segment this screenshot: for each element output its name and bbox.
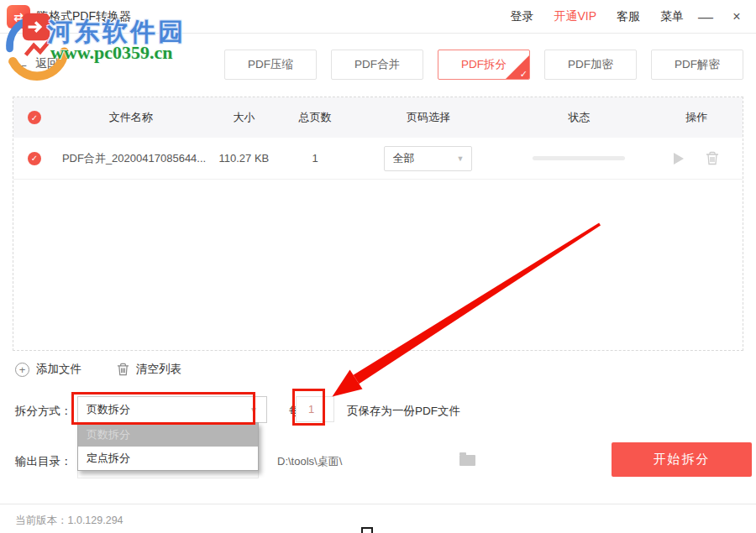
tab-pdf-split[interactable]: PDF拆分 ✓ bbox=[438, 50, 530, 80]
menu-button[interactable]: 菜单 bbox=[660, 9, 684, 24]
clear-list-button[interactable]: 清空列表 bbox=[117, 362, 181, 377]
row-checkbox[interactable]: ✓ bbox=[13, 152, 55, 165]
check-circle-icon: ✓ bbox=[28, 152, 41, 165]
plus-circle-icon: + bbox=[15, 363, 29, 377]
header-page-select: 页码选择 bbox=[349, 110, 508, 125]
tab-label: PDF压缩 bbox=[248, 57, 293, 72]
tab-label: PDF合并 bbox=[354, 57, 400, 72]
play-icon[interactable] bbox=[674, 153, 684, 165]
cursor-artifact bbox=[361, 527, 373, 533]
folder-icon[interactable] bbox=[459, 455, 475, 466]
tab-label: PDF加密 bbox=[568, 57, 613, 72]
tab-pdf-encrypt[interactable]: PDF加密 bbox=[544, 50, 637, 80]
output-dir-path: D:\tools\桌面\ bbox=[277, 454, 342, 469]
row-actions bbox=[650, 151, 743, 165]
pages-per-file-label: 页保存为一份PDF文件 bbox=[347, 404, 460, 419]
row-status bbox=[508, 156, 651, 160]
table-header: ✓ 文件名称 大小 总页数 页码选择 状态 操作 bbox=[13, 97, 743, 138]
page-count-input[interactable] bbox=[296, 396, 334, 422]
split-method-select[interactable]: 页数拆分 ▼ bbox=[77, 396, 267, 423]
support-button[interactable]: 客服 bbox=[617, 9, 640, 24]
dropdown-option-pages[interactable]: 页数拆分 bbox=[78, 423, 258, 447]
header-file-name: 文件名称 bbox=[55, 110, 207, 125]
vip-button[interactable]: 开通VIP bbox=[554, 9, 596, 24]
tab-pdf-compress[interactable]: PDF压缩 bbox=[224, 50, 317, 80]
row-page-count: 1 bbox=[281, 152, 349, 165]
titlebar-menu: 登录 开通VIP 客服 菜单 bbox=[510, 0, 684, 34]
app-logo-icon: ⇄ bbox=[7, 5, 30, 29]
app-title: 嗨格式PDF转换器 bbox=[37, 9, 131, 24]
start-split-button[interactable]: 开始拆分 bbox=[612, 442, 752, 477]
header-actions: 操作 bbox=[650, 110, 743, 125]
tab-pdf-decrypt[interactable]: PDF解密 bbox=[651, 50, 743, 80]
back-label: 返回 bbox=[35, 56, 59, 71]
active-tab-check-icon: ✓ bbox=[520, 69, 528, 80]
trash-icon bbox=[117, 363, 129, 376]
app-window: ⇄ 嗨格式PDF转换器 登录 开通VIP 客服 菜单 — × 河东软件园 www… bbox=[0, 0, 756, 533]
chevron-down-icon: ▼ bbox=[249, 405, 258, 415]
tab-label: PDF拆分 bbox=[461, 57, 507, 72]
version-label: 当前版本：1.0.129.294 bbox=[15, 514, 123, 528]
close-button[interactable]: × bbox=[724, 0, 749, 34]
add-file-button[interactable]: + 添加文件 bbox=[15, 362, 81, 377]
output-dir-label: 输出目录： bbox=[15, 454, 72, 469]
page-range-select[interactable]: 全部 ▼ bbox=[384, 146, 472, 171]
minimize-button[interactable]: — bbox=[693, 0, 718, 34]
tab-pdf-merge[interactable]: PDF合并 bbox=[331, 50, 423, 80]
row-file-name: PDF合并_20200417085644... bbox=[55, 151, 207, 166]
tab-label: PDF解密 bbox=[675, 57, 720, 72]
split-method-value: 页数拆分 bbox=[87, 402, 130, 417]
dropdown-option-fixed-point[interactable]: 定点拆分 bbox=[78, 447, 258, 470]
trash-icon[interactable] bbox=[706, 151, 719, 165]
feature-tabs: PDF压缩 PDF合并 PDF拆分 ✓ PDF加密 PDF解密 bbox=[224, 50, 743, 80]
file-list-panel: ✓ 文件名称 大小 总页数 页码选择 状态 操作 ✓ PDF合并_2020041… bbox=[13, 97, 743, 351]
login-button[interactable]: 登录 bbox=[510, 9, 533, 24]
back-button[interactable]: ← 返回 bbox=[15, 55, 59, 72]
header-size: 大小 bbox=[206, 110, 281, 125]
header-status: 状态 bbox=[508, 110, 651, 125]
watermark-site-url: www.pc0359.cn bbox=[50, 42, 172, 64]
split-method-dropdown: 页数拆分 定点拆分 bbox=[77, 422, 259, 471]
footer-divider bbox=[0, 504, 756, 504]
table-row: ✓ PDF合并_20200417085644... 110.27 KB 1 全部… bbox=[13, 138, 743, 180]
chevron-down-icon: ▼ bbox=[456, 154, 464, 163]
list-actions: + 添加文件 清空列表 bbox=[15, 362, 181, 377]
split-method-label: 拆分方式： bbox=[15, 404, 72, 419]
header-total-pages: 总页数 bbox=[281, 110, 349, 125]
add-file-label: 添加文件 bbox=[36, 362, 81, 377]
row-file-size: 110.27 KB bbox=[206, 152, 281, 165]
clear-list-label: 清空列表 bbox=[136, 362, 181, 377]
back-arrow-icon: ← bbox=[15, 55, 29, 72]
titlebar: ⇄ 嗨格式PDF转换器 登录 开通VIP 客服 菜单 — × bbox=[0, 0, 756, 34]
progress-bar bbox=[533, 156, 625, 160]
check-circle-icon: ✓ bbox=[28, 111, 41, 124]
page-range-value: 全部 bbox=[392, 151, 414, 166]
header-select-all[interactable]: ✓ bbox=[13, 111, 55, 124]
